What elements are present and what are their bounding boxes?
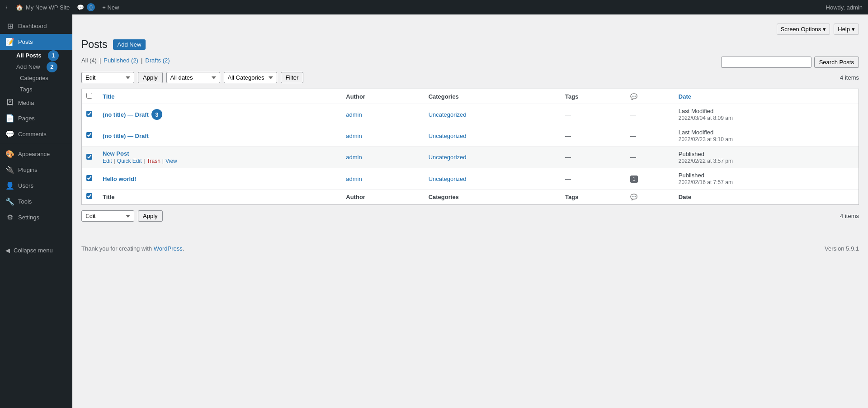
row3-title-cell: New Post Edit | Quick Edit | Trash | Vie… — [98, 147, 341, 168]
apply-button-top[interactable]: Apply — [138, 72, 163, 83]
row2-title-cell: (no title) — Draft — [98, 125, 341, 147]
sidebar-label-plugins: Plugins — [18, 166, 38, 173]
row2-category-link[interactable]: Uncategorized — [429, 133, 467, 139]
header-comments[interactable]: 💬 — [626, 89, 674, 104]
status-tab-published[interactable]: Published (2) — [104, 56, 138, 65]
tools-icon: 🔧 — [5, 197, 14, 206]
header-checkbox-cell — [82, 89, 98, 104]
sidebar-item-settings[interactable]: ⚙ Settings — [0, 209, 72, 225]
row3-category-link[interactable]: Uncategorized — [429, 154, 467, 161]
collapse-menu-btn[interactable]: ◀ Collapse menu — [0, 243, 72, 257]
footer-date: Date — [674, 190, 859, 204]
sidebar-label-appearance: Appearance — [18, 151, 50, 157]
footer-checkbox-cell — [82, 190, 98, 204]
row1-tags-cell: — — [561, 104, 626, 125]
row3-quick-edit-link[interactable]: Quick Edit — [117, 158, 142, 164]
row1-category-link[interactable]: Uncategorized — [429, 111, 467, 118]
row1-comments-cell: — — [626, 104, 674, 125]
search-posts-input[interactable] — [721, 57, 811, 68]
row1-title-cell: (no title) — Draft 3 — [98, 104, 341, 125]
row4-author-link[interactable]: admin — [346, 176, 362, 182]
sidebar-item-users[interactable]: 👤 Users — [0, 178, 72, 194]
wp-logo-icon[interactable]: ⧙ — [5, 4, 9, 11]
page-footer: Thank you for creating with WordPress. V… — [81, 240, 859, 257]
sidebar-item-plugins[interactable]: 🔌 Plugins — [0, 162, 72, 178]
new-item-link[interactable]: + New — [102, 4, 119, 11]
row2-checkbox[interactable] — [86, 132, 92, 138]
sidebar-item-appearance[interactable]: 🎨 Appearance — [0, 146, 72, 162]
row3-actions: Edit | Quick Edit | Trash | View — [103, 158, 337, 164]
sidebar-sub-all-posts[interactable]: All Posts — [16, 50, 45, 61]
sidebar-divider — [0, 144, 72, 144]
row4-title-link[interactable]: Hello world! — [103, 176, 136, 182]
comment-header-icon: 💬 — [630, 93, 637, 100]
dates-filter-select[interactable]: All dates March 2022 February 2022 — [166, 72, 220, 83]
row3-edit-link[interactable]: Edit — [103, 158, 112, 164]
sidebar-sub-categories[interactable]: Categories — [16, 72, 72, 84]
footer-tags: Tags — [561, 190, 626, 204]
apply-button-bottom[interactable]: Apply — [138, 210, 163, 222]
sidebar-item-comments[interactable]: 💬 Comments — [0, 126, 72, 142]
status-tabs: All (4) | Published (2) | Drafts (2) — [81, 56, 170, 65]
table-row: (no title) — Draft 3 admin Uncategorized… — [82, 104, 859, 125]
settings-icon: ⚙ — [5, 213, 14, 222]
step-badge-3: 3 — [151, 109, 162, 120]
bulk-edit-select-top[interactable]: Edit Move to Trash — [81, 72, 134, 83]
sidebar-label-settings: Settings — [18, 214, 39, 221]
row3-author-cell: admin — [341, 147, 424, 168]
help-btn[interactable]: Help ▾ — [834, 24, 859, 35]
footer-text: Thank you for creating with WordPress. — [81, 245, 184, 252]
search-posts-button[interactable]: Search Posts — [814, 57, 859, 68]
bulk-edit-select-bottom[interactable]: Edit Move to Trash — [81, 210, 134, 222]
select-all-checkbox-bottom[interactable] — [86, 193, 92, 199]
row3-comments-cell: — — [626, 147, 674, 168]
row1-checkbox[interactable] — [86, 111, 92, 117]
version-text: Version 5.9.1 — [825, 245, 859, 252]
row4-checkbox[interactable] — [86, 175, 92, 181]
row4-category-link[interactable]: Uncategorized — [429, 176, 467, 182]
row4-comments-badge[interactable]: 1 — [630, 176, 638, 183]
sidebar-item-pages[interactable]: 📄 Pages — [0, 110, 72, 126]
status-tab-drafts[interactable]: Drafts (2) — [145, 56, 170, 65]
row1-author-link[interactable]: admin — [346, 111, 362, 118]
plugins-icon: 🔌 — [5, 166, 14, 174]
sidebar-sub-add-new[interactable]: Add New — [16, 61, 44, 72]
select-all-checkbox-top[interactable] — [86, 93, 92, 99]
sidebar-item-tools[interactable]: 🔧 Tools — [0, 194, 72, 209]
sidebar-sub-tags[interactable]: Tags — [16, 84, 72, 95]
step-badge-1: 1 — [48, 50, 59, 61]
wordpress-link[interactable]: WordPress — [154, 245, 183, 252]
row3-view-link[interactable]: View — [165, 158, 177, 164]
row3-title-link[interactable]: New Post — [103, 150, 129, 157]
add-new-button[interactable]: Add New — [113, 39, 146, 50]
sidebar-label-posts: Posts — [18, 38, 33, 45]
row3-tags-cell: — — [561, 147, 626, 168]
row3-trash-link[interactable]: Trash — [147, 158, 160, 164]
row2-author-link[interactable]: admin — [346, 133, 362, 139]
items-count-top: 4 items — [840, 74, 859, 81]
sidebar-label-pages: Pages — [18, 115, 35, 122]
sidebar-item-dashboard[interactable]: ⊞ Dashboard — [0, 18, 72, 34]
header-date[interactable]: Date — [674, 89, 859, 104]
filter-button[interactable]: Filter — [281, 72, 304, 83]
status-tab-all[interactable]: All (4) — [81, 56, 97, 65]
row3-author-link[interactable]: admin — [346, 154, 362, 161]
comment-icon: 💬 — [77, 4, 84, 11]
howdy-text: Howdy, admin — [826, 4, 863, 11]
row4-title-cell: Hello world! — [98, 168, 341, 190]
sidebar-item-posts[interactable]: 📝 Posts — [0, 34, 72, 50]
row2-title-link[interactable]: (no title) — Draft — [103, 133, 149, 139]
header-title[interactable]: Title — [98, 89, 341, 104]
comments-link[interactable]: 💬 0 — [77, 3, 95, 11]
table-row: (no title) — Draft admin Uncategorized — — [82, 125, 859, 147]
categories-filter-select[interactable]: All Categories Uncategorized — [224, 72, 277, 83]
pages-icon: 📄 — [5, 114, 14, 123]
table-row-highlighted: New Post Edit | Quick Edit | Trash | Vie… — [82, 147, 859, 168]
screen-options-btn[interactable]: Screen Options ▾ — [777, 24, 830, 35]
chevron-down-icon: ▾ — [823, 26, 826, 33]
site-name[interactable]: 🏠 My New WP Site — [16, 4, 70, 11]
row1-title-link[interactable]: (no title) — Draft — [103, 111, 149, 118]
sidebar-item-media[interactable]: 🖼 Media — [0, 95, 72, 110]
row3-checkbox[interactable] — [86, 154, 92, 160]
filter-bar-bottom: Edit Move to Trash Apply 4 items — [81, 210, 859, 222]
